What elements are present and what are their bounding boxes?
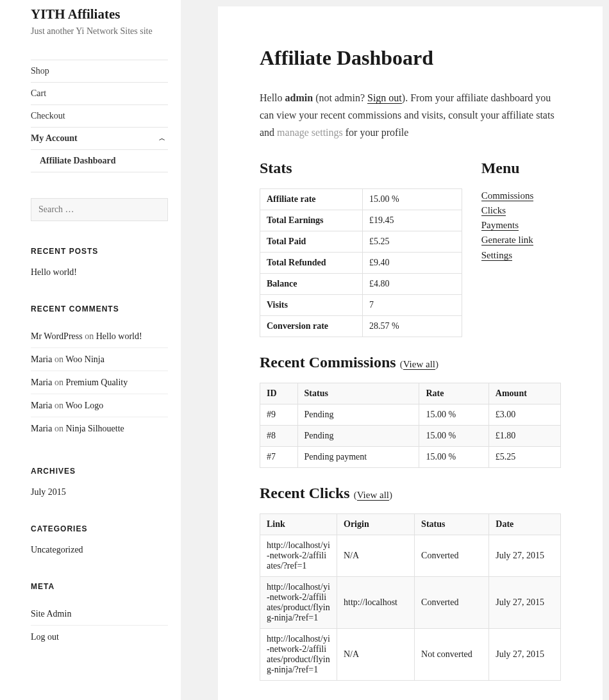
col-status: Status	[415, 513, 489, 535]
widget-recent-comments-title: RECENT COMMENTS	[31, 304, 168, 313]
table-row: http://localhost/yi-network-2/affiliates…	[260, 576, 561, 628]
menu-clicks-link[interactable]: Clicks	[481, 205, 506, 216]
chevron-up-icon[interactable]: ︿	[156, 133, 168, 144]
widget-recent-posts-title: RECENT POSTS	[31, 247, 168, 256]
manage-settings-link[interactable]: manage settings	[277, 127, 343, 138]
stat-value: £5.25	[363, 231, 462, 252]
nav-my-account[interactable]: My Account ︿	[31, 128, 168, 150]
category-link[interactable]: Uncategorized	[31, 545, 83, 554]
stat-label: Total Refunded	[260, 252, 363, 273]
menu-heading: Menu	[481, 160, 561, 177]
col-status: Status	[297, 383, 419, 404]
comment-author-link[interactable]: Maria	[31, 424, 52, 433]
stat-value: 7	[363, 294, 462, 315]
col-date: Date	[489, 513, 561, 535]
widget-recent-posts: Hello world!	[31, 267, 168, 278]
comment-post-link[interactable]: Hello world!	[96, 331, 142, 341]
table-row: http://localhost/yi-network-2/affiliates…	[260, 535, 561, 576]
col-id: ID	[260, 383, 298, 404]
stat-value: 15.00 %	[363, 188, 462, 210]
search-input[interactable]	[31, 198, 168, 221]
comment-post-link[interactable]: Woo Logo	[65, 401, 103, 410]
primary-nav: Shop Cart Checkout My Account ︿ Affiliat…	[31, 60, 168, 172]
stats-table: Affiliate rate15.00 % Total Earnings£19.…	[260, 188, 462, 337]
nav-affiliate-dashboard[interactable]: Affiliate Dashboard	[31, 150, 168, 172]
menu-commissions-link[interactable]: Commissions	[481, 190, 534, 201]
comment-author-link[interactable]: Maria	[31, 378, 52, 387]
site-description: Just another Yi Network Sites site	[31, 26, 168, 37]
affiliate-menu: Commissions Clicks Payments Generate lin…	[481, 188, 561, 263]
clicks-view-all-link[interactable]: View all	[357, 490, 389, 501]
comment-author-link[interactable]: Maria	[31, 354, 52, 364]
recent-post-link[interactable]: Hello world!	[31, 267, 77, 277]
list-item: Maria on Woo Ninja	[31, 348, 168, 371]
stat-value: £19.45	[363, 210, 462, 231]
recent-commissions-heading: Recent Commissions (View all)	[260, 354, 561, 371]
list-item: Mr WordPress on Hello world!	[31, 325, 168, 348]
menu-payments-link[interactable]: Payments	[481, 220, 519, 231]
stat-label: Conversion rate	[260, 315, 363, 337]
commissions-table: ID Status Rate Amount #9Pending15.00 %£3…	[260, 383, 561, 468]
list-item: Maria on Ninja Silhouette	[31, 417, 168, 440]
table-row: #9Pending15.00 %£3.00	[260, 404, 561, 425]
col-amount: Amount	[488, 383, 560, 404]
commissions-view-all-link[interactable]: View all	[403, 359, 435, 370]
col-origin: Origin	[337, 513, 415, 535]
page-title: Affiliate Dashboard	[260, 46, 561, 70]
menu-settings-link[interactable]: Settings	[481, 250, 512, 261]
widget-categories: Uncategorized	[31, 545, 168, 555]
comment-post-link[interactable]: Woo Ninja	[65, 354, 104, 364]
menu-generate-link[interactable]: Generate link	[481, 235, 533, 246]
nav-my-account-label: My Account	[31, 133, 78, 143]
stat-label: Balance	[260, 273, 363, 294]
nav-cart[interactable]: Cart	[31, 83, 168, 105]
sign-out-link[interactable]: Sign out	[367, 92, 402, 104]
comment-post-link[interactable]: Premium Quality	[65, 378, 128, 387]
intro-text: Hello admin (not admin? Sign out). From …	[260, 89, 561, 142]
widget-recent-comments: Mr WordPress on Hello world! Maria on Wo…	[31, 325, 168, 440]
stats-heading: Stats	[260, 160, 462, 177]
table-row: #7Pending payment15.00 %£5.25	[260, 446, 561, 467]
nav-checkout[interactable]: Checkout	[31, 105, 168, 128]
archive-link[interactable]: July 2015	[31, 487, 66, 497]
col-rate: Rate	[419, 383, 488, 404]
table-row: http://localhost/yi-network-2/affiliates…	[260, 628, 561, 680]
widget-meta: Site Admin Log out	[31, 603, 168, 648]
list-item: Maria on Premium Quality	[31, 371, 168, 394]
widget-archives-title: ARCHIVES	[31, 467, 168, 476]
recent-clicks-heading: Recent Clicks (View all)	[260, 485, 561, 502]
site-title[interactable]: YITH Affiliates	[31, 6, 168, 22]
meta-logout-link[interactable]: Log out	[31, 626, 168, 648]
stat-label: Visits	[260, 294, 363, 315]
stat-value: £9.40	[363, 252, 462, 273]
widget-archives: July 2015	[31, 487, 168, 497]
stat-value: £4.80	[363, 273, 462, 294]
stat-label: Total Earnings	[260, 210, 363, 231]
comment-author-link[interactable]: Maria	[31, 401, 52, 410]
stat-value: 28.57 %	[363, 315, 462, 337]
list-item: Maria on Woo Logo	[31, 394, 168, 417]
stat-label: Affiliate rate	[260, 188, 363, 210]
current-user: admin	[285, 92, 313, 103]
widget-meta-title: META	[31, 582, 168, 591]
comment-post-link[interactable]: Ninja Silhouette	[65, 424, 124, 433]
table-row: #8Pending15.00 %£1.80	[260, 425, 561, 446]
stat-label: Total Paid	[260, 231, 363, 252]
widget-categories-title: CATEGORIES	[31, 524, 168, 533]
comment-author-link[interactable]: Mr WordPress	[31, 331, 83, 341]
nav-shop[interactable]: Shop	[31, 60, 168, 83]
meta-site-admin-link[interactable]: Site Admin	[31, 603, 168, 626]
col-link: Link	[260, 513, 337, 535]
clicks-table: Link Origin Status Date http://localhost…	[260, 513, 561, 681]
